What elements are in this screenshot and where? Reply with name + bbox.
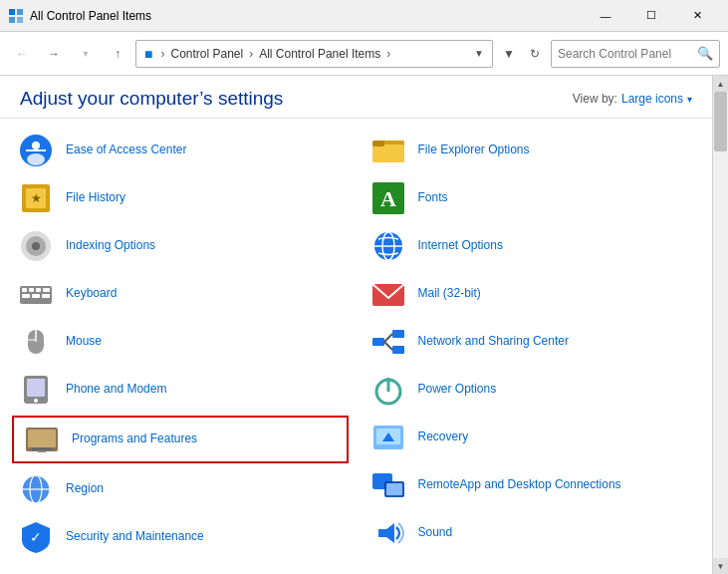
up-button[interactable]: ↑ — [104, 40, 131, 68]
region-label: Region — [66, 481, 104, 497]
control-item-file-explorer[interactable]: File Explorer Options — [357, 127, 709, 174]
svg-rect-1 — [17, 9, 23, 15]
scroll-track[interactable] — [713, 92, 728, 558]
remoteapp-label: RemoteApp and Desktop Connections — [418, 477, 621, 493]
programs-features-icon — [22, 420, 62, 459]
svg-rect-0 — [9, 9, 15, 15]
search-input[interactable] — [558, 47, 697, 61]
svg-text:★: ★ — [31, 191, 42, 205]
svg-rect-18 — [43, 288, 50, 292]
left-column: Ease of Access Center★File HistoryIndexi… — [4, 127, 357, 557]
security-maintenance-icon: ✓ — [16, 517, 56, 557]
control-item-network-sharing[interactable]: Network and Sharing Center — [357, 318, 709, 366]
forward-button[interactable]: → — [40, 40, 68, 68]
svg-rect-39 — [372, 141, 384, 146]
maximize-button[interactable]: ☐ — [628, 0, 674, 32]
svg-point-5 — [32, 142, 40, 149]
control-item-ease-of-access[interactable]: Ease of Access Center — [4, 127, 357, 174]
view-by-label: View by: — [573, 92, 617, 106]
svg-line-49 — [384, 334, 392, 342]
ease-of-access-label: Ease of Access Center — [66, 143, 186, 158]
region-icon — [16, 469, 56, 509]
control-item-internet-options[interactable]: Internet Options — [357, 222, 709, 270]
title-bar-icon — [8, 8, 24, 24]
svg-rect-29 — [28, 430, 56, 447]
svg-rect-15 — [22, 288, 27, 292]
network-sharing-icon — [368, 322, 408, 362]
view-by-value[interactable]: Large icons — [621, 92, 683, 106]
control-item-sound[interactable]: Sound — [357, 509, 709, 557]
view-by-arrow-icon[interactable]: ▾ — [687, 94, 692, 105]
scroll-down-arrow[interactable]: ▼ — [713, 558, 729, 574]
control-item-mouse[interactable]: Mouse — [4, 318, 357, 366]
control-item-file-history[interactable]: ★File History — [4, 174, 357, 222]
file-history-label: File History — [66, 190, 125, 206]
svg-point-13 — [32, 242, 40, 250]
address-bar: ← → ▼ ↑ ■ › Control Panel › All Control … — [0, 32, 728, 76]
dropdown-button[interactable]: ▼ — [497, 42, 521, 66]
path-control-panel[interactable]: Control Panel — [170, 47, 243, 61]
scroll-thumb[interactable] — [714, 92, 727, 151]
control-item-recovery[interactable]: Recovery — [357, 414, 709, 461]
svg-text:A: A — [380, 186, 396, 211]
svg-rect-31 — [38, 450, 46, 452]
indexing-options-icon — [16, 226, 56, 266]
remoteapp-icon — [368, 465, 408, 505]
svg-rect-47 — [392, 330, 404, 338]
svg-rect-30 — [32, 447, 52, 450]
content-area: Adjust your computer’s settings View by:… — [0, 76, 728, 574]
svg-text:✓: ✓ — [30, 529, 42, 545]
svg-rect-17 — [36, 288, 41, 292]
title-bar: All Control Panel Items — ☐ ✕ — [0, 0, 728, 32]
title-bar-controls: — ☐ ✕ — [583, 0, 720, 32]
scroll-up-arrow[interactable]: ▲ — [713, 76, 729, 92]
power-options-label: Power Options — [418, 382, 497, 398]
fonts-label: Fonts — [418, 190, 448, 206]
svg-point-27 — [34, 399, 38, 403]
title-bar-title: All Control Panel Items — [30, 9, 583, 23]
back-button[interactable]: ← — [8, 40, 36, 68]
internet-options-label: Internet Options — [418, 238, 503, 254]
control-item-power-options[interactable]: Power Options — [357, 366, 709, 414]
control-item-fonts[interactable]: AFonts — [357, 174, 709, 222]
address-icons: ▼ ↻ — [497, 42, 547, 66]
control-item-programs-features[interactable]: Programs and Features — [12, 416, 349, 463]
phone-modem-icon — [16, 370, 56, 410]
control-item-keyboard[interactable]: Keyboard — [4, 270, 357, 318]
svg-rect-20 — [32, 294, 40, 298]
view-by-control: View by: Large icons ▾ — [573, 92, 692, 106]
control-item-indexing-options[interactable]: Indexing Options — [4, 222, 357, 270]
svg-rect-38 — [372, 144, 404, 162]
minimize-button[interactable]: — — [583, 0, 628, 32]
path-dropdown-icon: ▼ — [474, 48, 484, 59]
close-button[interactable]: ✕ — [674, 0, 720, 32]
indexing-options-label: Indexing Options — [66, 238, 155, 254]
sound-label: Sound — [418, 525, 453, 541]
svg-rect-24 — [28, 339, 35, 341]
security-maintenance-label: Security and Maintenance — [66, 529, 204, 545]
keyboard-icon — [16, 274, 56, 314]
svg-rect-21 — [42, 294, 50, 298]
svg-rect-26 — [27, 379, 45, 397]
ease-of-access-icon — [16, 131, 56, 170]
svg-rect-3 — [17, 17, 23, 23]
control-item-phone-modem[interactable]: Phone and Modem — [4, 366, 357, 414]
recent-locations-button[interactable]: ▼ — [72, 40, 100, 68]
control-item-region[interactable]: Region — [4, 465, 357, 513]
search-box[interactable]: 🔍 — [551, 40, 720, 68]
search-icon: 🔍 — [697, 46, 713, 61]
address-path[interactable]: ■ › Control Panel › All Control Panel It… — [135, 40, 493, 68]
refresh-button[interactable]: ↻ — [523, 42, 547, 66]
items-area: Ease of Access Center★File HistoryIndexi… — [0, 119, 712, 565]
svg-rect-19 — [22, 294, 30, 298]
control-item-remoteapp[interactable]: RemoteApp and Desktop Connections — [357, 461, 709, 509]
mail-label: Mail (32-bit) — [418, 286, 481, 302]
scrollbar[interactable]: ▲ ▼ — [712, 76, 728, 574]
right-column: File Explorer OptionsAFontsInternet Opti… — [357, 127, 709, 557]
page-title: Adjust your computer’s settings — [20, 88, 283, 110]
path-all-items[interactable]: All Control Panel Items — [259, 47, 380, 61]
control-item-security-maintenance[interactable]: ✓Security and Maintenance — [4, 513, 357, 561]
file-history-icon: ★ — [16, 178, 56, 218]
control-item-mail[interactable]: Mail (32-bit) — [357, 270, 709, 318]
mail-icon — [368, 274, 408, 314]
